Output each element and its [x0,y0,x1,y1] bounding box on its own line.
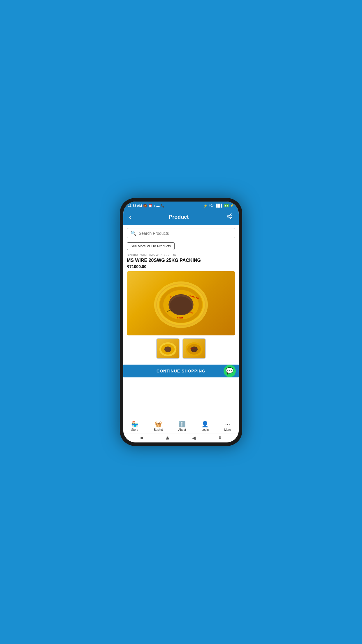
continue-shopping-button[interactable]: CONTINUE SHOPPING 💬 [123,365,239,377]
svg-point-16 [164,346,171,352]
search-icon: 🔍 [131,230,136,236]
phone-frame: 11:58 AM 🔕 ⏰ ↕ ▬ 📞 ⚡ 4G+ ▋▋▋ 88 ⚡ ‹ Prod… [120,198,242,446]
whatsapp-button[interactable]: 💬 [224,365,236,377]
android-nav-bar: ■ ◉ ◀ ⬇ [123,433,239,442]
android-circle-button[interactable]: ◉ [166,435,170,441]
charge-icon: ⚡ [230,204,234,208]
mute-icon: 🔕 [143,204,147,208]
product-category: BINDING WIRE (MS WIRE) - VEDA [123,252,239,257]
svg-line-4 [229,215,231,216]
alarm-icon: ⏰ [148,204,152,208]
product-name: MS WIRE 20SWG 25KG PACKING [123,257,239,264]
svg-text:INDUST.: INDUST. [177,317,184,319]
nav-about-label: About [178,428,186,431]
svg-text:VEDA: VEDA [190,347,194,349]
status-right: ⚡ 4G+ ▋▋▋ 88 ⚡ [203,204,234,208]
thumbnail-1[interactable] [156,338,180,359]
product-main-image: VSI VEDA STEEL WIREBOND WIRE INDUST. [127,271,235,335]
android-back-button[interactable]: ◀ [192,435,196,441]
search-bar: 🔍 [127,228,235,238]
bluetooth-icon: ⚡ [203,204,208,208]
svg-point-14 [170,296,192,315]
nav-basket-label: Basket [154,428,163,431]
bottom-nav: 🏪 Store 🧺 Basket ℹ️ About 👤 Login ··· Mo… [123,418,239,433]
nav-about[interactable]: ℹ️ About [176,420,188,432]
phone-screen: 11:58 AM 🔕 ⏰ ↕ ▬ 📞 ⚡ 4G+ ▋▋▋ 88 ⚡ ‹ Prod… [123,202,239,442]
status-bar: 11:58 AM 🔕 ⏰ ↕ ▬ 📞 ⚡ 4G+ ▋▋▋ 88 ⚡ [123,202,239,209]
basket-icon: 🧺 [155,421,162,428]
more-icon: ··· [225,421,230,428]
about-icon: ℹ️ [178,421,186,428]
phone-icon: 📞 [161,204,165,208]
nav-store[interactable]: 🏪 Store [129,420,141,432]
app-header: ‹ Product [123,209,239,225]
search-input[interactable] [139,231,231,236]
status-left: 11:58 AM 🔕 ⏰ ↕ ▬ 📞 [128,204,165,208]
android-down-button[interactable]: ⬇ [218,435,222,441]
battery-indicator: 88 [224,204,229,207]
android-square-button[interactable]: ■ [140,435,143,441]
login-icon: 👤 [201,421,209,428]
main-image-wrap: VSI VEDA STEEL WIREBOND WIRE INDUST. [123,271,239,335]
signal-bars-icon: ▋▋▋ [216,204,223,208]
continue-btn-section: CONTINUE SHOPPING 💬 [123,362,239,377]
thumbnail-strip: VEDA [123,335,239,362]
product-price: ₹71000.00 [123,264,239,271]
signal-label: 4G+ [209,204,215,207]
nav-more-label: More [224,428,231,431]
back-button[interactable]: ‹ [128,213,132,222]
thumbnail-2[interactable]: VEDA [182,338,206,359]
svg-line-3 [229,217,231,218]
nav-login-label: Login [202,428,209,431]
store-icon: 🏪 [131,421,138,428]
see-more-section: See More VEDA Products [123,240,239,252]
sync-icon: ↕ [154,204,155,207]
page-title: Product [169,214,189,220]
content-scroll[interactable]: See More VEDA Products BINDING WIRE (MS … [123,240,239,418]
screen-icon: ▬ [156,204,159,207]
time: 11:58 AM [128,204,142,207]
see-more-button[interactable]: See More VEDA Products [127,242,175,250]
nav-login[interactable]: 👤 Login [199,420,211,432]
nav-store-label: Store [131,428,138,431]
nav-more[interactable]: ··· More [222,420,233,432]
nav-basket[interactable]: 🧺 Basket [152,420,165,432]
search-bar-section: 🔍 [123,225,239,240]
share-button[interactable] [225,212,234,222]
